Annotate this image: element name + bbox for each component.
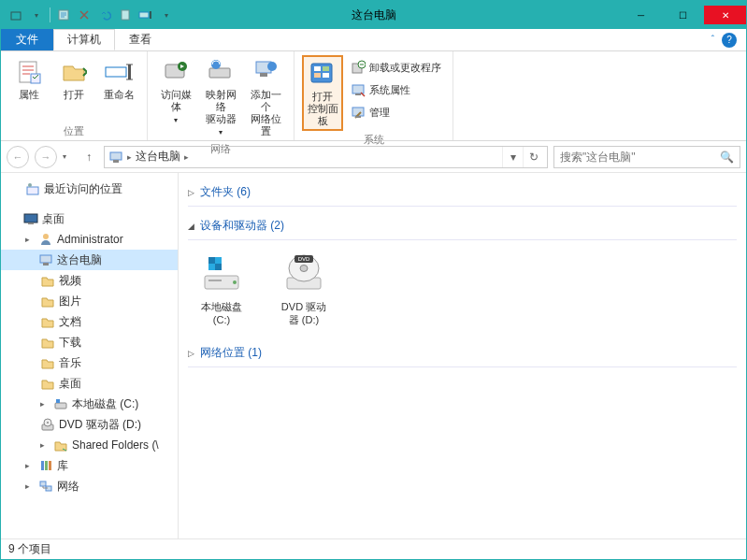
maximize-button[interactable]: ☐ <box>662 6 704 24</box>
expand-icon[interactable]: ▸ <box>40 399 50 409</box>
rename-button[interactable]: 重命名 <box>98 55 139 103</box>
svg-rect-26 <box>355 116 361 118</box>
desktop-icon <box>23 211 38 226</box>
svg-rect-23 <box>352 85 364 93</box>
svg-point-40 <box>47 422 49 424</box>
manage-button[interactable]: 管理 <box>351 102 441 122</box>
tree-desktop[interactable]: 桌面 <box>1 208 178 229</box>
map-drive-button[interactable]: 映射网络 驱动器 ▾ <box>200 55 241 140</box>
svg-rect-8 <box>128 65 131 79</box>
history-dropdown[interactable]: ▾ <box>63 152 74 161</box>
back-button[interactable]: ← <box>7 146 29 168</box>
title-bar: ▾ ▾ 这台电脑 ─ ☐ ✕ <box>1 1 746 29</box>
user-icon <box>38 232 53 247</box>
system-properties-button[interactable]: 系统属性 <box>351 79 441 100</box>
svg-rect-36 <box>55 403 66 409</box>
window-controls: ─ ☐ ✕ <box>620 6 746 24</box>
ribbon-tabs: 文件 计算机 查看 ˆ ? <box>1 29 746 51</box>
expand-icon[interactable]: ▸ <box>25 235 35 244</box>
tree-this-pc[interactable]: 这台电脑 <box>1 250 178 270</box>
refresh-button[interactable]: ↻ <box>523 147 543 167</box>
tree-music[interactable]: 音乐 <box>1 352 178 373</box>
qat-dropdown[interactable]: ▾ <box>27 6 46 24</box>
svg-rect-32 <box>28 223 34 224</box>
folders-group-header[interactable]: ▷文件夹 (6) <box>188 179 737 207</box>
breadcrumb-segment[interactable]: 这台电脑 <box>136 149 180 165</box>
minimize-button[interactable]: ─ <box>620 6 662 24</box>
svg-point-15 <box>267 62 277 71</box>
breadcrumb-arrow-2[interactable]: ▸ <box>184 152 189 162</box>
access-media-button[interactable]: 访问媒体▾ <box>155 55 196 128</box>
tree-libraries[interactable]: ▸库 <box>1 455 178 476</box>
tree-shared-folders[interactable]: ▸Shared Folders (\ <box>1 435 178 455</box>
chevron-right-icon: ▷ <box>188 188 194 197</box>
svg-rect-47 <box>208 280 222 281</box>
breadcrumb-arrow[interactable]: ▸ <box>127 152 132 162</box>
close-button[interactable]: ✕ <box>704 6 746 24</box>
system-properties-icon <box>351 82 366 97</box>
svg-point-48 <box>233 280 237 284</box>
computer-tab[interactable]: 计算机 <box>53 29 115 50</box>
qat-rename-icon[interactable] <box>136 6 155 24</box>
properties-button[interactable]: 属性 <box>8 55 50 103</box>
tree-dvd-drive[interactable]: DVD 驱动器 (D:) <box>1 414 178 435</box>
search-input[interactable] <box>560 151 720 164</box>
qat-icon-1[interactable] <box>7 6 25 24</box>
tree-desktop-folder[interactable]: 桌面 <box>1 373 178 394</box>
expand-icon[interactable]: ▸ <box>40 440 50 450</box>
network-locations-group-header[interactable]: ▷网络位置 (1) <box>188 339 737 367</box>
search-box[interactable]: 🔍 <box>553 146 740 168</box>
control-panel-button[interactable]: 打开 控制面板 <box>302 55 343 131</box>
tree-network[interactable]: ▸网络 <box>1 476 178 496</box>
drive-d[interactable]: DVD DVD 驱动 器 (D:) <box>274 251 334 326</box>
collapse-ribbon-icon[interactable]: ˆ <box>711 35 714 45</box>
drive-c[interactable]: 本地磁盘 (C:) <box>192 251 251 326</box>
qat-new-icon[interactable] <box>116 6 135 24</box>
add-network-location-button[interactable]: 添加一个 网络位置 <box>245 55 286 139</box>
tree-pictures[interactable]: 图片 <box>1 291 178 311</box>
address-dropdown[interactable]: ▾ <box>502 147 523 167</box>
navigation-bar: ← → ▾ ↑ ▸ 这台电脑 ▸ ▾ ↻ 🔍 <box>1 141 746 173</box>
svg-point-30 <box>28 183 32 187</box>
devices-group-header[interactable]: ◢设备和驱动器 (2) <box>188 212 737 240</box>
up-button[interactable]: ↑ <box>79 148 98 166</box>
qat-delete-icon[interactable] <box>75 6 93 24</box>
address-bar[interactable]: ▸ 这台电脑 ▸ ▾ ↻ <box>104 146 548 168</box>
expand-icon[interactable]: ▸ <box>25 481 35 491</box>
network-icon <box>38 479 53 494</box>
svg-rect-19 <box>314 73 321 78</box>
open-button[interactable]: 打开 <box>53 55 94 103</box>
svg-rect-44 <box>40 481 46 486</box>
folder-icon <box>40 376 55 391</box>
svg-text:DVD: DVD <box>298 256 310 262</box>
tree-videos[interactable]: 视频 <box>1 270 178 291</box>
help-icon[interactable]: ? <box>722 33 737 48</box>
ribbon: 属性 打开 重命名 位置 访问媒体▾ 映射网络 驱动器 ▾ <box>1 51 746 141</box>
content-pane[interactable]: ▷文件夹 (6) ◢设备和驱动器 (2) 本地磁盘 (C:) DVD DVD 驱… <box>179 173 746 538</box>
svg-point-33 <box>43 234 49 239</box>
qat-undo-icon[interactable] <box>95 6 114 24</box>
libraries-icon <box>38 458 53 473</box>
expand-icon[interactable]: ▸ <box>25 461 35 470</box>
view-tab[interactable]: 查看 <box>115 29 165 50</box>
svg-rect-41 <box>41 461 44 470</box>
svg-rect-50 <box>208 257 215 264</box>
qat-properties-icon[interactable] <box>54 6 73 24</box>
tree-documents[interactable]: 文档 <box>1 311 178 332</box>
file-tab[interactable]: 文件 <box>1 29 53 50</box>
tree-downloads[interactable]: 下载 <box>1 332 178 352</box>
uninstall-button[interactable]: 卸载或更改程序 <box>351 57 441 78</box>
navigation-tree[interactable]: 最近访问的位置 桌面 ▸Administrator 这台电脑 视频 图片 文档 … <box>1 173 179 538</box>
svg-rect-7 <box>106 67 126 77</box>
tree-administrator[interactable]: ▸Administrator <box>1 229 178 250</box>
uninstall-icon <box>351 60 366 75</box>
qat-dropdown-2[interactable]: ▾ <box>157 6 176 24</box>
tree-recent[interactable]: 最近访问的位置 <box>1 179 178 199</box>
svg-point-54 <box>300 266 308 272</box>
svg-rect-37 <box>56 399 60 403</box>
forward-button[interactable]: → <box>35 146 57 168</box>
tree-local-disk-c[interactable]: ▸本地磁盘 (C:) <box>1 394 178 414</box>
svg-rect-20 <box>323 73 329 78</box>
svg-rect-28 <box>113 160 119 163</box>
svg-rect-2 <box>122 10 129 20</box>
